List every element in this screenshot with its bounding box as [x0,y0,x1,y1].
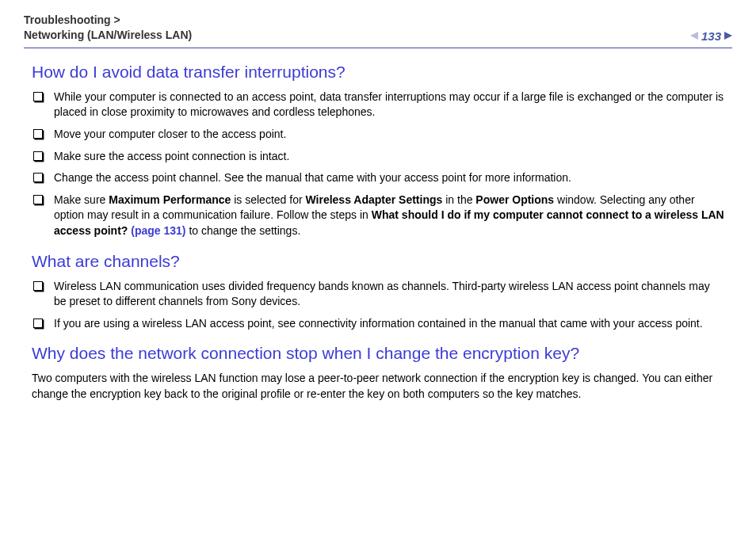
text-run: is selected for [231,193,305,206]
list-item-text: Change the access point channel. See the… [54,170,724,186]
text-run: Make sure [54,193,109,206]
page-number: 133 [701,29,721,43]
text-run: in the [442,193,475,206]
list-item-text: Make sure the access point connection is… [54,149,724,165]
list-item: Move your computer closer to the access … [32,127,724,143]
bullet-icon [33,129,43,139]
section-3-body: Two computers with the wireless LAN func… [32,371,724,402]
breadcrumb-line1: Troubleshooting > [24,13,192,28]
list-item: Make sure Maximum Performance is selecte… [32,193,724,239]
section-3-title: Why does the network connection stop whe… [32,344,724,363]
breadcrumb-line2: Networking (LAN/Wireless LAN) [24,28,192,43]
page-root: Troubleshooting > Networking (LAN/Wirele… [0,0,756,423]
list-item-text: If you are using a wireless LAN access p… [54,316,724,332]
bullet-icon [33,151,43,161]
breadcrumb: Troubleshooting > Networking (LAN/Wirele… [24,13,192,43]
list-item: Make sure the access point connection is… [32,149,724,165]
bold-text: Power Options [475,193,554,206]
list-item: Wireless LAN communication uses divided … [32,279,724,310]
section-1-title: How do I avoid data transfer interruptio… [32,63,724,82]
list-item-text: Move your computer closer to the access … [54,127,724,143]
page-link[interactable]: (page 131) [128,224,185,237]
page-number-nav: 133 [690,29,732,43]
list-item-text: Make sure Maximum Performance is selecte… [54,193,724,239]
bold-text: Maximum Performance [109,193,231,206]
header-rule [24,48,732,48]
next-page-icon[interactable] [724,32,732,40]
content-area: How do I avoid data transfer interruptio… [24,63,732,402]
text-run: to change the settings. [186,224,301,237]
list-item-text: Wireless LAN communication uses divided … [54,279,724,310]
bullet-icon [33,173,43,182]
list-item-text: While your computer is connected to an a… [54,90,724,120]
prev-page-icon[interactable] [690,32,698,40]
page-header: Troubleshooting > Networking (LAN/Wirele… [24,13,732,43]
list-item: Change the access point channel. See the… [32,170,724,186]
section-2-list: Wireless LAN communication uses divided … [32,279,724,332]
list-item: While your computer is connected to an a… [32,90,724,120]
bullet-icon [33,318,43,328]
bullet-icon [33,92,43,101]
bold-text: Wireless Adapter Settings [305,193,442,206]
bullet-icon [33,195,43,204]
section-1-list: While your computer is connected to an a… [32,90,724,239]
list-item: If you are using a wireless LAN access p… [32,316,724,332]
section-2-title: What are channels? [32,252,724,271]
bullet-icon [33,281,43,291]
